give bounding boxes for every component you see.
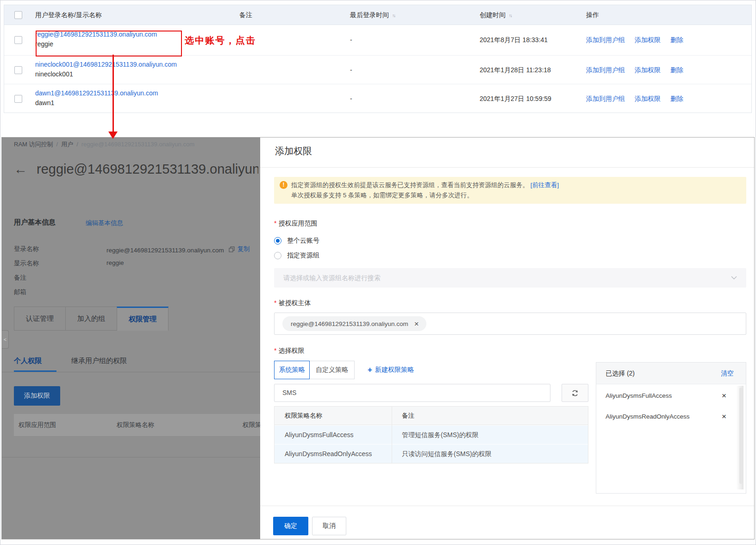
add-permission-link[interactable]: 添加权限 (635, 56, 661, 84)
breadcrumb: RAM 访问控制/用户/reggie@1469812921531139.onal… (14, 140, 194, 149)
page-title-text: reggie@1469812921531139.onaliyun.com (37, 162, 258, 176)
dimmed-page-overlay: RAM 访问控制/用户/reggie@1469812921531139.onal… (2, 138, 260, 539)
edit-basic-info-link[interactable]: 编辑基本信息 (86, 219, 123, 227)
radio-selected-icon[interactable] (274, 237, 281, 244)
field-remark: 备注 (14, 274, 26, 282)
selected-policies-panel: 已选择 (2) 清空 AliyunDysmsFullAccess × Aliyu… (596, 362, 746, 494)
auth-scope-label: *授权应用范围 (274, 219, 317, 228)
add-permission-link[interactable]: 添加权限 (635, 25, 661, 55)
breadcrumb-item-ram[interactable]: RAM 访问控制 (14, 141, 53, 148)
selected-item: AliyunDysmsFullAccess × (596, 390, 746, 401)
notice-banner: ! 指定资源组的授权生效前提是该云服务已支持资源组，查看当前支持资源组的云服务。… (274, 177, 746, 204)
page-title: ←reggie@1469812921531139.onaliyun.com (14, 162, 258, 182)
delete-link[interactable]: 删除 (670, 84, 683, 113)
last-login-value: - (350, 84, 352, 113)
refresh-button[interactable] (562, 384, 588, 402)
go-to-view-link[interactable]: [前往查看] (531, 182, 559, 188)
login-name-value: reggie@1469812921531139.onaliyun.com (106, 247, 224, 254)
add-permission-button[interactable]: 添加权限 (14, 386, 60, 406)
user-name-cell: dawn1@1469812921531139.onaliyun.com dawn… (35, 88, 158, 108)
add-to-group-link[interactable]: 添加到用户组 (586, 25, 625, 55)
notice-line1: 指定资源组的授权生效前提是该云服务已支持资源组，查看当前支持资源组的云服务。 (291, 182, 529, 188)
selected-panel-header: 已选择 (2) 清空 (596, 363, 746, 384)
policy-table-column-divider (392, 407, 392, 463)
policy-type-tabs: 系统策略 自定义策略 (274, 361, 355, 379)
col-remark: 备注 (239, 5, 252, 25)
remove-selected-icon[interactable]: × (722, 411, 726, 422)
add-to-group-link[interactable]: 添加到用户组 (586, 56, 625, 84)
policy-row-full-access[interactable]: AliyunDysmsFullAccess 管理短信服务(SMS)的权限 (275, 425, 588, 444)
radio-whole-account[interactable]: 整个云账号 (274, 237, 319, 245)
breadcrumb-item-users[interactable]: 用户 (61, 141, 73, 148)
notice-line2: 单次授权最多支持 5 条策略，如需绑定更多策略，请分多次进行。 (291, 191, 473, 200)
last-login-value: - (350, 56, 352, 84)
tab-custom-policy[interactable]: 自定义策略 (310, 361, 355, 379)
cancel-button[interactable]: 取消 (312, 517, 346, 535)
select-permission-label: *选择权限 (274, 347, 304, 355)
table-row: dawn1@1469812921531139.onaliyun.com dawn… (4, 84, 751, 113)
copy-link[interactable]: 复制 (237, 245, 250, 253)
row-checkbox[interactable] (14, 66, 22, 74)
policy-col-remark: 备注 (402, 407, 414, 425)
sort-icon[interactable]: ↑↓ (509, 13, 512, 18)
tab-permission-management[interactable]: 权限管理 (117, 307, 169, 331)
delete-link[interactable]: 删除 (670, 25, 683, 55)
subtab-personal-permissions[interactable]: 个人权限 (14, 357, 42, 365)
screenshot-canvas: 用户登录名称/显示名称 备注 最后登录时间↑↓ 创建时间↑↓ 操作 reggie… (0, 0, 756, 545)
radio-unselected-icon[interactable] (274, 252, 281, 259)
tab-system-policy[interactable]: 系统策略 (274, 361, 310, 379)
created-value: 2021年1月28日 11:23:18 (480, 56, 551, 84)
warning-icon: ! (280, 181, 287, 189)
perm-col-type: 权限策略类型 (243, 414, 260, 436)
subtab-divider (2, 372, 260, 372)
remove-selected-icon[interactable]: × (722, 390, 726, 401)
delete-link[interactable]: 删除 (670, 56, 683, 84)
select-all-checkbox[interactable] (14, 11, 22, 19)
refresh-icon (571, 389, 579, 397)
sort-icon[interactable]: ↑↓ (392, 13, 395, 18)
selected-panel-scrollbar[interactable] (739, 388, 743, 484)
chevron-down-icon (731, 276, 737, 280)
principal-input[interactable]: reggie@1469812921531139.onaliyun.com × (274, 313, 746, 335)
new-policy-link[interactable]: + 新建权限策略 (368, 361, 414, 379)
policy-row-readonly-access[interactable]: AliyunDysmsReadOnlyAccess 只读访问短信服务(SMS)的… (275, 444, 588, 463)
resource-group-select[interactable]: 请选择或输入资源组名称进行搜索 (274, 268, 746, 288)
add-permission-link[interactable]: 添加权限 (635, 84, 661, 113)
remove-principal-icon[interactable]: × (414, 320, 419, 328)
row-checkbox[interactable] (14, 95, 22, 103)
required-mark: * (274, 299, 276, 307)
add-to-group-link[interactable]: 添加到用户组 (586, 84, 625, 113)
confirm-button[interactable]: 确定 (273, 517, 308, 535)
policy-search-input[interactable]: SMS (274, 384, 550, 402)
collapse-left-icon: < (4, 337, 6, 342)
tab-authentication[interactable]: 认证管理 (14, 307, 66, 331)
col-name: 用户登录名称/显示名称 (35, 5, 102, 25)
row-actions: 添加到用户组 添加权限 删除 (586, 25, 683, 55)
resource-group-placeholder: 请选择或输入资源组名称进行搜索 (283, 268, 381, 288)
selected-item: AliyunDysmsReadOnlyAccess × (596, 411, 746, 422)
field-email: 邮箱 (14, 288, 26, 296)
annotation-arrow-head (108, 132, 118, 139)
col-last-login[interactable]: 最后登录时间↑↓ (350, 5, 395, 25)
row-actions: 添加到用户组 添加权限 删除 (586, 56, 683, 84)
back-arrow-icon[interactable]: ← (14, 162, 27, 176)
copy-icon[interactable] (229, 246, 235, 252)
tab-joined-groups[interactable]: 加入的组 (65, 307, 117, 331)
subtab-inherited-permissions[interactable]: 继承用户组的权限 (71, 357, 127, 365)
radio-resource-group[interactable]: 指定资源组 (274, 251, 319, 260)
clear-all-link[interactable]: 清空 (721, 363, 734, 384)
required-mark: * (274, 347, 276, 354)
add-permission-drawer: 添加权限 ! 指定资源组的授权生效前提是该云服务已支持资源组，查看当前支持资源组… (260, 138, 754, 539)
user-display-name: dawn1 (35, 98, 158, 108)
row-checkbox[interactable] (14, 36, 22, 44)
selected-count: (2) (627, 370, 635, 377)
user-login-link[interactable]: dawn1@1469812921531139.onaliyun.com (35, 88, 158, 98)
user-login-link[interactable]: nineclock001@1469812921531139.onaliyun.c… (35, 60, 177, 69)
principal-label: *被授权主体 (274, 299, 311, 307)
annotation-arrow-line (112, 55, 114, 132)
col-created[interactable]: 创建时间↑↓ (480, 5, 512, 25)
required-mark: * (274, 219, 276, 227)
created-value: 2021年8月7日 18:33:41 (480, 25, 548, 55)
sidebar-collapse-handle[interactable]: < (2, 330, 9, 349)
principal-tag: reggie@1469812921531139.onaliyun.com × (282, 316, 426, 331)
